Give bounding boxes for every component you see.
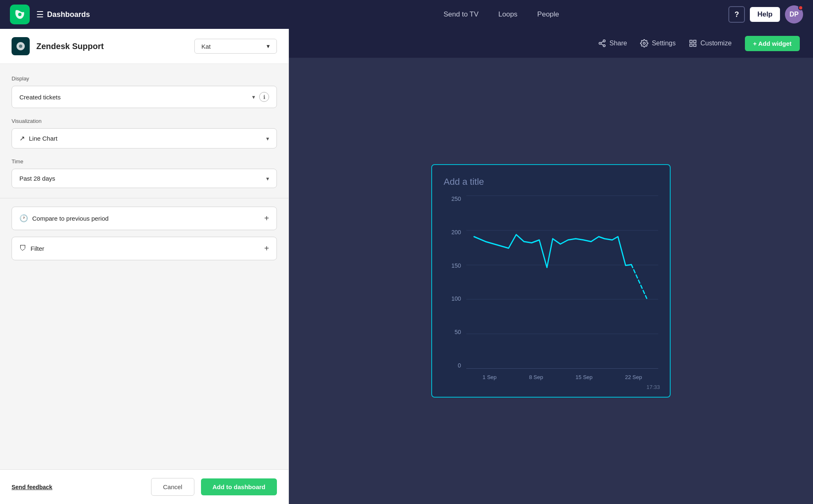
x-label-8sep: 8 Sep [529,374,543,380]
compare-expand-icon: + [264,214,269,223]
chart-timestamp: 17:33 [646,384,660,390]
send-feedback-link[interactable]: Send feedback [12,484,144,490]
chart-title[interactable]: Add a title [444,177,658,187]
integration-title: Zendesk Support [36,42,188,51]
left-panel: Zendesk Support Kat ▾ Display Created ti… [0,29,289,504]
chart-plot [466,195,658,369]
settings-nav-item[interactable]: Settings [640,39,676,47]
svg-rect-10 [694,44,696,47]
svg-point-4 [603,45,605,47]
svg-line-6 [601,41,603,42]
y-label-50: 50 [454,329,464,335]
visualization-dropdown[interactable]: ↗ Line Chart ▾ [12,128,277,148]
svg-point-1 [19,45,22,48]
visualization-label: Visualization [12,118,277,124]
info-icon[interactable]: ℹ [259,92,269,102]
compare-left: 🕐 Compare to previous period [19,214,109,223]
add-to-dashboard-button[interactable]: Add to dashboard [201,478,277,495]
x-label-15sep: 15 Sep [576,374,593,380]
send-to-tv-link[interactable]: Send to TV [444,10,479,19]
y-label-200: 200 [451,229,464,236]
filter-label: Filter [31,245,44,252]
divider [0,198,288,198]
svg-point-3 [599,42,601,45]
y-label-100: 100 [451,295,464,302]
filter-icon: ⛉ [19,245,26,253]
x-label-22sep: 22 Sep [625,374,642,380]
chart-inner: 250 200 150 100 50 0 [444,195,658,385]
notification-dot [798,5,803,10]
left-header: Zendesk Support Kat ▾ [0,29,288,64]
y-label-250: 250 [451,195,464,202]
secondary-nav: Share Settings Customize + Add widget [289,29,813,58]
share-label: Share [610,40,627,47]
svg-point-2 [603,40,605,42]
time-section: Time Past 28 days ▾ [12,158,277,188]
user-avatar[interactable]: DP [785,5,803,24]
svg-point-7 [643,42,645,45]
chart-area: Add a title 250 200 150 100 50 0 [289,58,813,504]
line-chart-icon: ↗ [19,134,25,142]
chevron-down-icon: ▾ [267,42,270,50]
line-chart-svg [466,195,658,368]
svg-line-5 [601,44,603,45]
filter-item[interactable]: ⛉ Filter + [12,237,277,260]
svg-point-0 [18,13,21,16]
compare-label: Compare to previous period [32,215,109,222]
svg-rect-9 [694,40,696,43]
panel-body: Display Created tickets ▾ ℹ Visualizatio… [0,64,288,469]
display-value: Created tickets [19,94,61,101]
filter-expand-icon: + [264,244,269,253]
nav-center-links: Send to TV Loops People [274,10,728,19]
time-chevron-icon: ▾ [266,175,269,182]
svg-rect-8 [690,40,692,43]
y-label-150: 150 [451,262,464,269]
top-nav: ☰ Dashboards Send to TV Loops People ? H… [0,0,813,29]
display-chevron-icon: ▾ [252,94,255,100]
clock-icon: 🕐 [19,214,28,223]
svg-rect-11 [690,44,692,47]
panel-footer: Send feedback Cancel Add to dashboard [0,469,288,504]
settings-label: Settings [652,40,676,47]
customize-nav-item[interactable]: Customize [689,39,732,47]
time-value: Past 28 days [19,175,55,182]
user-select-value: Kat [201,43,211,50]
chart-container: Add a title 250 200 150 100 50 0 [431,164,671,398]
right-panel: Share Settings Customize + Add widget Ad… [289,29,813,504]
share-nav-item[interactable]: Share [598,39,627,47]
display-dropdown[interactable]: Created tickets ▾ ℹ [12,86,277,108]
visualization-value: Line Chart [29,135,57,142]
compare-period-item[interactable]: 🕐 Compare to previous period + [12,207,277,230]
y-label-0: 0 [458,362,464,369]
time-label: Time [12,158,277,165]
loops-link[interactable]: Loops [499,10,518,19]
customize-label: Customize [700,40,732,47]
x-label-1sep: 1 Sep [482,374,496,380]
time-dropdown[interactable]: Past 28 days ▾ [12,169,277,188]
hamburger-menu[interactable]: ☰ [36,9,44,19]
filter-left: ⛉ Filter [19,245,44,253]
help-question-button[interactable]: ? [728,6,745,23]
visualization-section: Visualization ↗ Line Chart ▾ [12,118,277,148]
zendesk-logo [12,37,30,55]
people-link[interactable]: People [537,10,559,19]
help-button[interactable]: Help [750,7,780,22]
nav-title: Dashboards [47,10,274,19]
display-section: Display Created tickets ▾ ℹ [12,75,277,108]
cancel-button[interactable]: Cancel [151,478,194,496]
add-widget-button[interactable]: + Add widget [745,36,800,51]
app-logo [10,5,30,24]
user-select-dropdown[interactable]: Kat ▾ [194,39,277,54]
x-axis: 1 Sep 8 Sep 15 Sep 22 Sep [466,369,658,385]
main-layout: Zendesk Support Kat ▾ Display Created ti… [0,29,813,504]
visualization-chevron-icon: ▾ [266,135,269,142]
y-axis: 250 200 150 100 50 0 [444,195,464,369]
add-widget-label: + Add widget [753,40,792,47]
nav-right: ? Help DP [728,5,803,24]
display-label: Display [12,75,277,82]
